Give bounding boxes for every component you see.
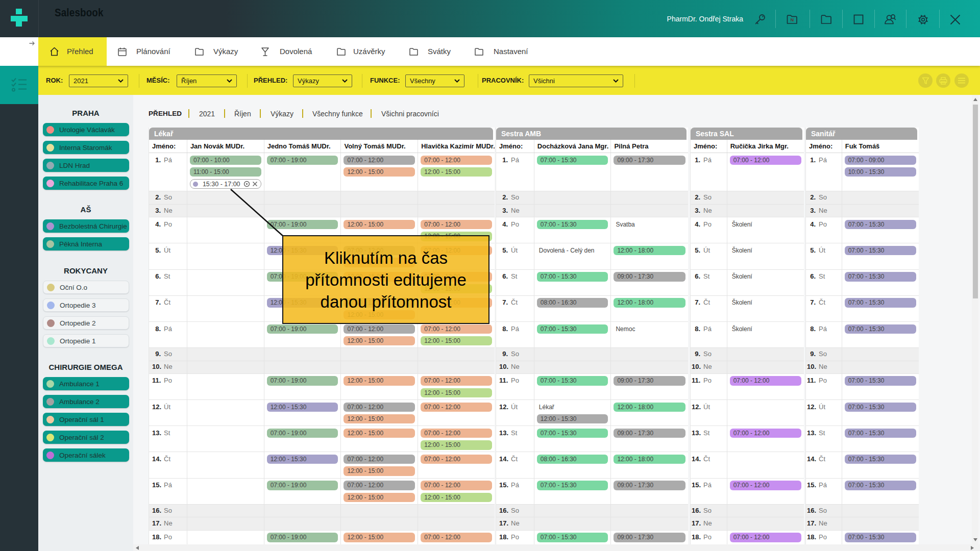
svg-text:N: N [791, 17, 794, 22]
